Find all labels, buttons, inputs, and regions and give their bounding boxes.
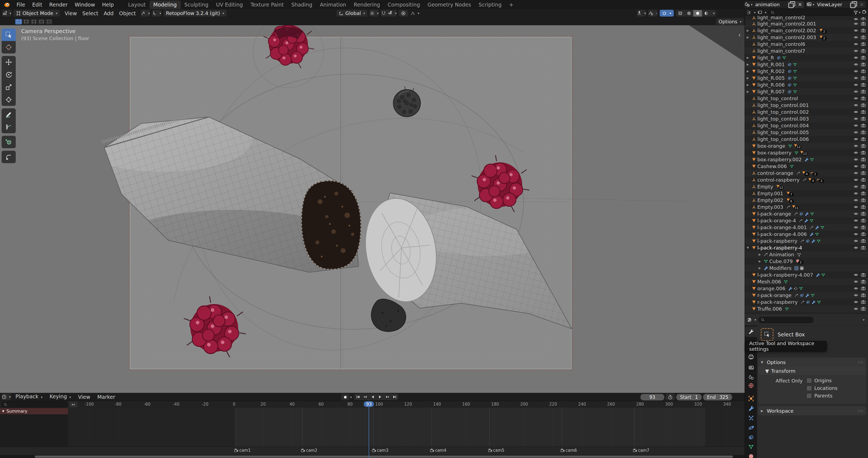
disable-render-camera-icon[interactable]	[860, 16, 866, 20]
proportional-editing-button[interactable]	[399, 10, 408, 17]
hide-eye-icon[interactable]	[852, 197, 859, 203]
outliner-row[interactable]: Cashew.006	[745, 163, 868, 170]
object-name[interactable]: l-pack-raspberry-4	[757, 245, 802, 251]
workspace-panel-header[interactable]: ▶Workspace	[758, 406, 866, 416]
prev-keyframe-button[interactable]	[362, 394, 369, 400]
object-name[interactable]: light_main_control2	[757, 16, 805, 20]
outliner-row[interactable]: light_top_control.003	[745, 115, 868, 122]
checkbox-box[interactable]	[806, 378, 812, 383]
tab-texture-paint[interactable]: Texture Paint	[247, 1, 287, 9]
disable-render-camera-icon[interactable]	[860, 211, 866, 217]
outliner-row[interactable]: light_main_control6	[745, 41, 868, 48]
outliner-row[interactable]: Empty.0026	[745, 197, 868, 204]
shading-wireframe-button[interactable]	[676, 10, 685, 17]
select-mode-new-button[interactable]	[15, 19, 22, 24]
hide-eye-icon[interactable]	[852, 299, 859, 305]
object-name[interactable]: Empty.002	[757, 197, 783, 203]
hide-eye-icon[interactable]	[852, 170, 859, 176]
object-name[interactable]: Empty.001	[757, 191, 783, 196]
object-name[interactable]: light_main_control6	[757, 41, 805, 47]
pivot-point-dropdown[interactable]: ▾	[369, 10, 379, 17]
properties-tab-data[interactable]	[745, 442, 757, 452]
object-name[interactable]: Empty	[757, 184, 773, 190]
disable-render-camera-icon[interactable]	[860, 306, 866, 311]
hide-eye-icon[interactable]	[852, 292, 859, 298]
disable-render-camera-icon[interactable]	[860, 102, 866, 108]
object-name[interactable]: r-pack-orange	[757, 292, 792, 298]
hide-eye-icon[interactable]	[852, 238, 859, 244]
playhead-line[interactable]	[369, 401, 369, 458]
expand-arrow-icon[interactable]: ▶	[745, 76, 751, 80]
object-name[interactable]: light_top_control.004	[757, 123, 809, 128]
disable-render-camera-icon[interactable]	[860, 272, 866, 278]
object-name[interactable]: light_main_control7	[757, 48, 805, 54]
drag-handle[interactable]	[858, 361, 863, 364]
properties-options-dropdown[interactable]: ▾	[863, 318, 865, 322]
outliner-row[interactable]: ▶light_R.006	[745, 81, 868, 88]
hide-eye-icon[interactable]	[852, 109, 859, 115]
fallback-tool-dropdown[interactable]: ▾	[152, 10, 161, 17]
tool-move-button[interactable]	[2, 56, 16, 68]
tool-transform-button[interactable]	[2, 93, 16, 106]
camera-marker-cam6[interactable]: cam6	[560, 448, 577, 453]
tool-select-box-button[interactable]	[2, 29, 16, 41]
hide-eye-icon[interactable]	[852, 34, 859, 40]
timeline-menu-keying[interactable]: Keying ▾	[46, 392, 74, 402]
tool-rotate-button[interactable]	[2, 68, 16, 81]
outliner-row[interactable]: light_top_control.001	[745, 102, 868, 109]
tab-compositing[interactable]: Compositing	[384, 1, 424, 9]
object-name[interactable]: l-pack-raspberry	[757, 238, 798, 244]
outliner-row[interactable]: r-pack-raspberry	[745, 298, 868, 306]
object-name[interactable]: light_main_control2.001	[757, 21, 816, 27]
object-name[interactable]: Modifiers	[769, 265, 792, 271]
hide-eye-icon[interactable]	[852, 123, 859, 128]
outliner-row[interactable]: light_top_control	[745, 95, 868, 102]
outliner-row[interactable]: light_top_control.004	[745, 122, 868, 129]
timeline-menu-playback[interactable]: Playback ▾	[12, 392, 46, 402]
disable-render-camera-icon[interactable]	[860, 286, 866, 291]
proportional-falloff-dropdown[interactable]: ▾	[410, 10, 420, 17]
disable-render-camera-icon[interactable]	[860, 292, 866, 298]
hide-eye-icon[interactable]	[852, 21, 859, 26]
tool-cursor-button[interactable]	[2, 41, 16, 54]
properties-tab-physics[interactable]	[745, 423, 757, 433]
shading-rendered-button[interactable]	[702, 10, 711, 17]
scene-name[interactable]: animation	[752, 2, 788, 7]
checkbox-origins[interactable]: Origins	[806, 378, 838, 383]
disable-render-camera-icon[interactable]	[860, 116, 866, 121]
hide-eye-icon[interactable]	[852, 75, 859, 81]
disable-render-camera-icon[interactable]	[860, 95, 866, 101]
disable-render-camera-icon[interactable]	[860, 143, 866, 148]
properties-tab-world[interactable]	[745, 380, 757, 391]
current-frame-field[interactable]: 93	[641, 394, 664, 400]
new-collection-button[interactable]	[862, 9, 867, 15]
mode-dropdown[interactable]: Object Mode▾	[13, 10, 60, 17]
tab-sculpting[interactable]: Sculpting	[181, 1, 212, 9]
object-name[interactable]: l-pack-orange-4.006	[757, 231, 807, 237]
timeline-editor-type-button[interactable]: ▾	[2, 393, 11, 400]
expand-arrow-icon[interactable]: ▼	[745, 246, 751, 250]
outliner-row[interactable]: r-pack-orange	[745, 292, 868, 298]
camera-marker-cam1[interactable]: cam1	[234, 448, 251, 453]
viewport-menu-view[interactable]: View	[62, 10, 80, 16]
next-keyframe-button[interactable]	[383, 394, 391, 400]
xray-toggle[interactable]: ▾	[660, 10, 674, 17]
disable-render-camera-icon[interactable]	[860, 231, 866, 237]
expand-arrow-icon[interactable]: ▶	[745, 56, 751, 59]
hide-eye-icon[interactable]	[852, 16, 859, 20]
outliner-row[interactable]: ▶Modifiers	[745, 265, 868, 271]
object-name[interactable]: light_top_control.003	[757, 116, 809, 122]
tab-uv-editing[interactable]: UV Editing	[212, 1, 247, 9]
properties-tab-material[interactable]	[745, 451, 757, 458]
tool-options-dropdown[interactable]: Options▾	[716, 18, 744, 25]
select-mode-subtract-button[interactable]	[30, 19, 37, 24]
object-name[interactable]: Cashew.006	[757, 164, 787, 169]
disable-render-camera-icon[interactable]	[860, 191, 866, 196]
object-name[interactable]: l-pack-raspberry-4.007	[757, 272, 813, 278]
hide-eye-icon[interactable]	[852, 55, 859, 60]
hide-eye-icon[interactable]	[852, 68, 859, 74]
hide-eye-icon[interactable]	[852, 136, 859, 142]
camera-marker-cam2[interactable]: cam2	[301, 448, 317, 453]
stopwatch-icon[interactable]	[665, 394, 675, 400]
tool-scale-button[interactable]	[2, 81, 16, 93]
